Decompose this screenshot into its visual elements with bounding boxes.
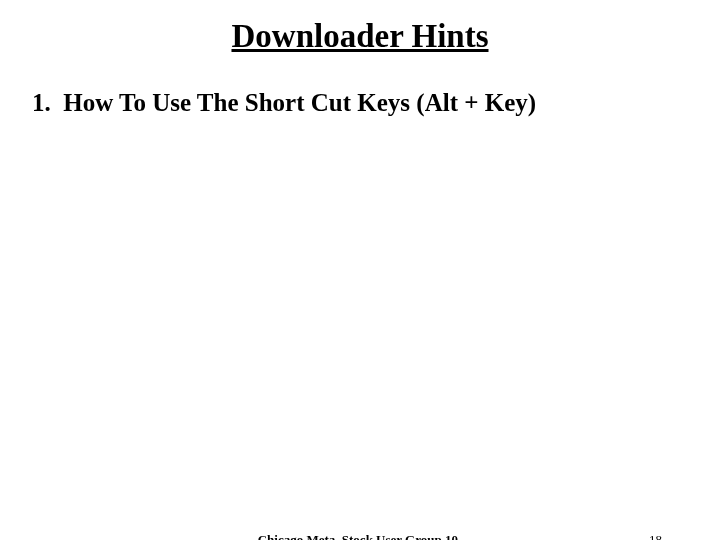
footer-center: Chicago Meta. Stock User Group 10- 5 -04 <box>258 532 463 540</box>
item-text: How To Use The Short Cut Keys (Alt + Key… <box>63 89 536 116</box>
body-item: 1. How To Use The Short Cut Keys (Alt + … <box>28 87 692 120</box>
page-number: 18 <box>649 532 662 540</box>
footer-line1: Chicago Meta. Stock User Group 10- <box>258 532 463 540</box>
slide: Downloader Hints 1. How To Use The Short… <box>0 0 720 540</box>
slide-title: Downloader Hints <box>28 18 692 55</box>
item-number: 1. <box>32 89 51 116</box>
